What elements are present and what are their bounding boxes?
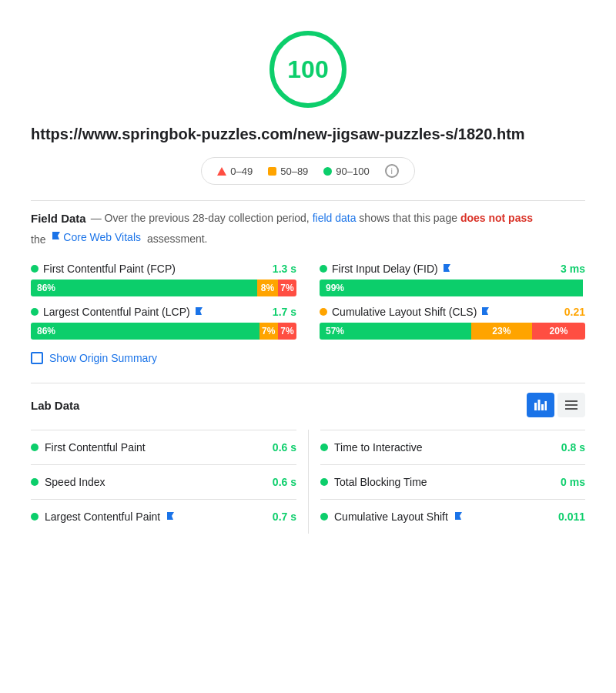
lab-lcp-dot — [31, 513, 38, 521]
fcp-label: First Contentful Paint (FCP) — [43, 263, 176, 275]
lab-metric-cls: Cumulative Layout Shift 0.011 — [320, 499, 585, 534]
lab-metric-si: Speed Index 0.6 s — [31, 464, 296, 499]
cls-label: Cumulative Layout Shift (CLS) — [332, 306, 477, 318]
origin-summary-checkbox[interactable] — [31, 352, 43, 364]
lab-cls-dot — [320, 513, 328, 521]
lab-metrics-grid: First Contentful Paint 0.6 s Speed Index… — [31, 430, 585, 534]
lab-fcp-label: First Contentful Paint — [45, 441, 146, 454]
fcp-bar-orange: 8% — [257, 280, 278, 296]
lab-tti-value: 0.8 s — [561, 441, 585, 454]
legend-info-icon[interactable]: i — [385, 164, 399, 178]
lab-si-dot — [31, 478, 38, 486]
lab-metric-tbt: Total Blocking Time 0 ms — [320, 464, 585, 499]
lab-fcp-dot — [31, 444, 38, 451]
lab-cls-value: 0.011 — [558, 511, 585, 523]
lab-data-header: Lab Data — [31, 393, 585, 417]
fcp-bar-green: 86% — [31, 280, 257, 296]
metric-cls: Cumulative Layout Shift (CLS) 0.21 57% 2… — [320, 306, 585, 340]
fid-value: 3 ms — [561, 263, 585, 275]
legend-range-good: 90–100 — [336, 166, 369, 177]
legend-range-mid: 50–89 — [280, 166, 308, 177]
cls-bar: 57% 23% 20% — [320, 323, 585, 340]
lcp-label: Largest Contentful Paint (LCP) — [43, 306, 190, 318]
fid-bar: 99% — [320, 280, 585, 296]
lcp-bar: 86% 7% 7% — [31, 323, 296, 340]
list-icon — [565, 400, 578, 410]
metric-fcp: First Contentful Paint (FCP) 1.3 s 86% 8… — [31, 263, 296, 296]
lcp-dot — [31, 308, 38, 316]
toggle-list-button[interactable] — [557, 393, 585, 417]
lab-metrics-right: Time to Interactive 0.8 s Total Blocking… — [308, 430, 585, 534]
field-metrics-grid: First Contentful Paint (FCP) 1.3 s 86% 8… — [31, 263, 585, 340]
legend-item-good: 90–100 — [323, 166, 369, 177]
cwv-link[interactable]: Core Web Vitals — [63, 229, 141, 246]
score-circle: 100 — [270, 31, 346, 108]
lab-cls-label: Cumulative Layout Shift — [334, 511, 448, 523]
chart-icon — [534, 400, 547, 410]
lab-fcp-value: 0.6 s — [273, 441, 296, 454]
field-data-link[interactable]: field data — [313, 212, 357, 224]
field-data-title: Field Data — [31, 210, 86, 228]
lab-data-title: Lab Data — [31, 399, 79, 412]
lab-metrics-left: First Contentful Paint 0.6 s Speed Index… — [31, 430, 308, 534]
field-data-fail: does not pass — [460, 212, 533, 224]
fid-dot — [320, 265, 327, 273]
lab-tti-label: Time to Interactive — [334, 441, 423, 454]
svg-rect-4 — [565, 400, 578, 402]
lab-lcp-flag-icon — [166, 512, 174, 521]
fcp-value: 1.3 s — [273, 263, 296, 275]
lab-metric-lcp: Largest Contentful Paint 0.7 s — [31, 499, 296, 534]
divider-2 — [31, 383, 585, 383]
triangle-icon — [217, 167, 226, 176]
fcp-bar-red: 7% — [278, 280, 296, 296]
lab-si-value: 0.6 s — [273, 476, 296, 488]
lab-tti-dot — [320, 444, 328, 451]
cls-bar-orange: 23% — [471, 323, 532, 340]
legend-item-bad: 0–49 — [217, 166, 253, 177]
lab-metric-tti: Time to Interactive 0.8 s — [320, 430, 585, 464]
origin-summary-label[interactable]: Show Origin Summary — [49, 352, 157, 364]
lcp-bar-green: 86% — [31, 323, 259, 340]
svg-rect-3 — [545, 401, 547, 410]
page-url: https://www.springbok-puzzles.com/new-ji… — [31, 123, 585, 145]
legend-item-mid: 50–89 — [268, 166, 308, 177]
svg-rect-1 — [538, 400, 541, 410]
lab-tbt-value: 0 ms — [561, 476, 585, 488]
lab-lcp-label: Largest Contentful Paint — [45, 511, 160, 523]
fcp-dot — [31, 265, 38, 273]
cls-value: 0.21 — [564, 306, 585, 318]
cls-flag-icon — [481, 307, 489, 316]
view-toggle — [527, 393, 585, 417]
score-section: 100 — [31, 15, 585, 108]
lcp-bar-orange: 7% — [259, 323, 278, 340]
svg-rect-0 — [534, 403, 537, 410]
svg-rect-6 — [565, 408, 578, 410]
lcp-flag-icon — [195, 307, 203, 316]
cls-dot — [320, 308, 327, 316]
score-legend: 0–49 50–89 90–100 i — [201, 157, 414, 185]
field-data-desc: — Over the previous 28-day collection pe… — [91, 210, 533, 226]
lab-lcp-value: 0.7 s — [273, 511, 296, 523]
lab-metric-fcp: First Contentful Paint 0.6 s — [31, 430, 296, 464]
lab-tbt-dot — [320, 478, 328, 486]
toggle-chart-button[interactable] — [527, 393, 554, 417]
flag-icon — [52, 232, 61, 243]
lab-tbt-label: Total Blocking Time — [334, 476, 427, 488]
square-icon — [268, 167, 276, 176]
field-data-header: Field Data — Over the previous 28-day co… — [31, 210, 585, 247]
origin-summary-row[interactable]: Show Origin Summary — [31, 352, 585, 364]
metric-lcp: Largest Contentful Paint (LCP) 1.7 s 86%… — [31, 306, 296, 340]
score-value: 100 — [287, 55, 328, 84]
svg-rect-5 — [565, 404, 578, 406]
fid-bar-green: 99% — [320, 280, 583, 296]
cls-bar-green: 57% — [320, 323, 471, 340]
cls-bar-red: 20% — [532, 323, 585, 340]
lcp-bar-red: 7% — [278, 323, 296, 340]
lcp-value: 1.7 s — [273, 306, 296, 318]
divider-1 — [31, 200, 585, 201]
fcp-bar: 86% 8% 7% — [31, 280, 296, 296]
lab-si-label: Speed Index — [45, 476, 105, 488]
fid-label: First Input Delay (FID) — [332, 263, 438, 275]
legend-range-bad: 0–49 — [230, 166, 253, 177]
fid-flag-icon — [443, 264, 450, 273]
